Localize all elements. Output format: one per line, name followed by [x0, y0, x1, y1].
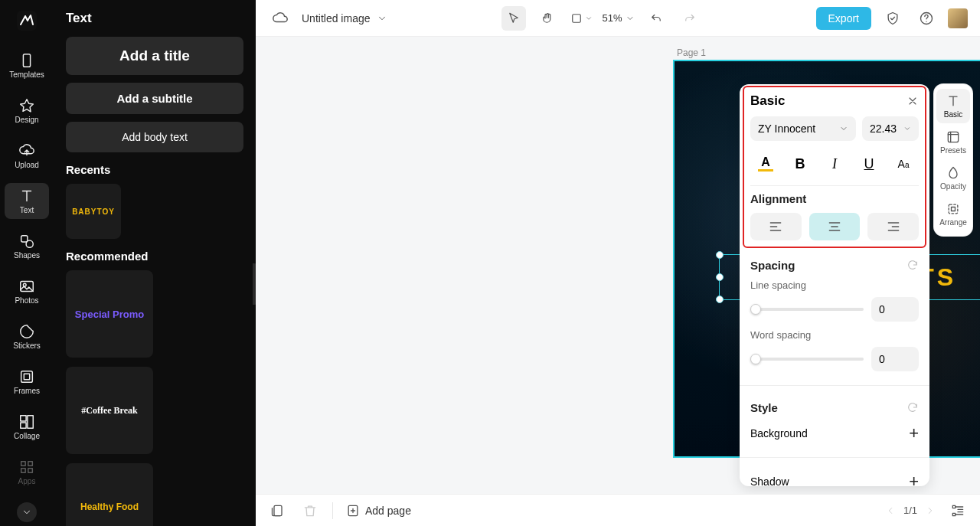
add-body-text-button[interactable]: Add body text	[66, 122, 243, 152]
line-spacing-slider[interactable]	[750, 308, 864, 311]
inspector-title: Basic	[750, 93, 785, 109]
nav-label: Frames	[14, 387, 40, 395]
nav-label: Text	[20, 206, 34, 214]
svg-rect-13	[21, 469, 26, 473]
hand-tool-button[interactable]	[535, 6, 560, 31]
user-avatar[interactable]	[948, 8, 968, 28]
align-left-button[interactable]	[750, 213, 802, 240]
redo-button[interactable]	[678, 6, 702, 31]
nav-item-apps[interactable]: Apps	[5, 454, 49, 490]
close-icon[interactable]	[906, 95, 919, 107]
reset-icon[interactable]	[906, 401, 919, 413]
svg-rect-11	[21, 462, 26, 466]
svg-rect-6	[21, 371, 33, 383]
export-button[interactable]: Export	[816, 7, 871, 30]
inspector-tab-opacity[interactable]: Opacity	[936, 161, 970, 195]
align-right-button[interactable]	[867, 213, 919, 240]
undo-button[interactable]	[644, 6, 668, 31]
add-page-button[interactable]: Add page	[345, 503, 411, 518]
inspector-tab-presets[interactable]: Presets	[936, 125, 970, 159]
svg-rect-12	[28, 462, 33, 466]
inspector-panel: Basic ZY Innocent 22.43	[740, 84, 929, 486]
nav-item-templates[interactable]: Templates	[5, 47, 49, 83]
page-indicator: 1/1	[903, 505, 917, 516]
nav-more-button[interactable]	[17, 502, 37, 522]
style-label: Style	[750, 401, 778, 414]
recent-text-thumb[interactable]: BABYTOY	[66, 184, 121, 239]
delete-page-button[interactable]	[300, 501, 320, 521]
nav-item-upload[interactable]: Upload	[5, 138, 49, 174]
italic-button[interactable]: I	[821, 152, 848, 176]
word-spacing-slider[interactable]	[750, 358, 864, 361]
recommended-thumb[interactable]: Special Promo	[66, 270, 153, 358]
font-family-select[interactable]: ZY Innocent	[750, 116, 856, 141]
svg-rect-9	[28, 416, 33, 429]
document-title[interactable]: Untitled image	[302, 12, 371, 25]
text-panel-title: Text	[66, 11, 243, 26]
help-icon[interactable]	[914, 6, 939, 31]
layers-icon[interactable]	[948, 501, 968, 521]
underline-button[interactable]: U	[855, 152, 883, 176]
nav-label: Photos	[15, 296, 38, 305]
nav-item-frames[interactable]: Frames	[5, 364, 49, 400]
line-spacing-value[interactable]: 0	[871, 297, 919, 322]
svg-rect-25	[948, 132, 958, 142]
add-background-button[interactable]: +	[909, 423, 919, 443]
zoom-value[interactable]: 51%	[603, 12, 622, 24]
inspector-tab-basic[interactable]: Basic	[936, 89, 970, 123]
svg-rect-15	[572, 14, 580, 22]
nav-item-text[interactable]: Text	[5, 183, 49, 219]
nav-item-stickers[interactable]: Stickers	[5, 319, 49, 354]
text-panel: Text Add a title Add a subtitle Add body…	[54, 0, 256, 526]
bold-button[interactable]: B	[786, 152, 814, 176]
chevron-down-icon[interactable]	[626, 14, 635, 23]
shield-icon[interactable]	[880, 6, 905, 31]
nav-item-shapes[interactable]: Shapes	[5, 228, 49, 264]
add-subtitle-button[interactable]: Add a subtitle	[66, 83, 243, 114]
selection-handle[interactable]	[716, 273, 724, 281]
nav-label: Shapes	[14, 251, 40, 260]
nav-label: Stickers	[13, 341, 41, 350]
nav-item-design[interactable]: Design	[5, 93, 49, 129]
pages-icon[interactable]	[268, 501, 288, 521]
svg-rect-27	[952, 207, 956, 211]
recents-heading: Recents	[66, 163, 243, 176]
app-logo[interactable]	[14, 8, 40, 34]
next-page-button[interactable]	[925, 505, 936, 516]
selection-handle[interactable]	[716, 251, 724, 259]
text-color-button[interactable]: A	[752, 152, 779, 176]
inspector-rail: Basic Presets Opacity Arrange	[934, 84, 972, 236]
canvas-area[interactable]: Page 1 CITY LIGHTTS	[256, 37, 980, 526]
svg-rect-1	[23, 54, 30, 67]
nav-item-photos[interactable]: Photos	[5, 273, 49, 309]
footer-bar: Add page 1/1	[256, 494, 980, 526]
text-case-button[interactable]: Aa	[890, 152, 917, 176]
recommended-thumb[interactable]: Healthy Food	[66, 463, 153, 526]
inspector-tab-arrange[interactable]: Arrange	[936, 197, 970, 231]
reset-icon[interactable]	[906, 259, 919, 271]
svg-rect-8	[21, 416, 26, 421]
nav-label: Design	[15, 116, 38, 124]
crop-tool-button[interactable]	[569, 6, 593, 31]
svg-rect-10	[21, 423, 26, 428]
recommended-thumb[interactable]: #Coffee Break	[66, 367, 153, 454]
recommended-heading: Recommended	[66, 250, 243, 263]
cloud-save-icon[interactable]	[268, 6, 292, 31]
nav-item-collage[interactable]: Collage	[5, 409, 49, 445]
font-family-value: ZY Innocent	[758, 123, 815, 135]
add-shadow-button[interactable]: +	[909, 472, 919, 486]
nav-label: Upload	[15, 161, 39, 169]
word-spacing-value[interactable]: 0	[871, 347, 919, 371]
chevron-down-icon[interactable]	[377, 13, 387, 24]
nav-rail: Templates Design Upload Text Shapes Phot…	[0, 0, 54, 526]
prev-page-button[interactable]	[885, 505, 896, 516]
add-title-button[interactable]: Add a title	[66, 37, 243, 75]
selection-handle[interactable]	[716, 296, 724, 303]
svg-rect-14	[28, 469, 33, 473]
align-center-button[interactable]	[809, 213, 861, 240]
background-label: Background	[750, 427, 808, 439]
select-tool-button[interactable]	[501, 6, 526, 31]
page-navigator: 1/1	[885, 505, 936, 516]
svg-rect-26	[949, 204, 958, 214]
font-size-select[interactable]: 22.43	[862, 116, 919, 141]
